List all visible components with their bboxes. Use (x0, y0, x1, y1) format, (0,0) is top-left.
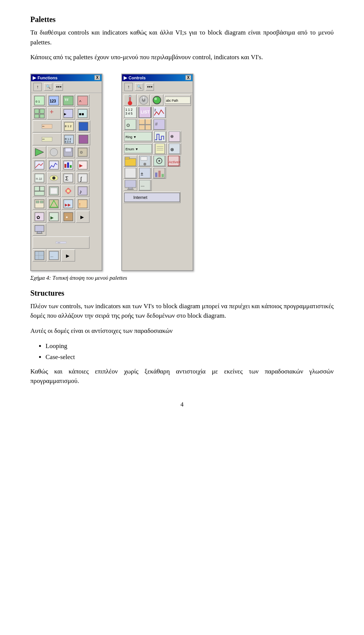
func-item-network[interactable]: ··· (47, 249, 61, 262)
ctrl-digital[interactable] (153, 131, 167, 142)
ctrl-folder[interactable] (124, 155, 137, 167)
svg-text:▶▶: ▶▶ (65, 203, 71, 207)
ctrl-disk[interactable] (138, 155, 152, 167)
func-item-board1[interactable] (33, 198, 46, 210)
controls-up-btn[interactable]: ↑ (124, 83, 133, 91)
functions-options-btn[interactable]: ●●● (55, 83, 63, 91)
svg-rect-144 (127, 189, 134, 189)
func-item-board2[interactable] (47, 198, 61, 210)
func-item-comparison[interactable]: ▶ (61, 107, 75, 120)
func-item-misc4[interactable]: ✦ (61, 211, 75, 223)
svg-rect-143 (129, 188, 132, 189)
func-item-color[interactable] (77, 120, 90, 132)
svg-text:⚙: ⚙ (80, 150, 83, 154)
ctrl-blank1[interactable] (124, 167, 137, 179)
func-item-daqB[interactable] (47, 185, 61, 197)
svg-rect-125 (125, 158, 136, 165)
func-item-graph2[interactable] (47, 159, 61, 171)
ctrl-row8: ··· (124, 180, 191, 191)
ctrl-file[interactable] (153, 143, 167, 154)
func-item-execute[interactable] (33, 146, 46, 158)
func-item-numeric[interactable]: 123 (47, 95, 61, 107)
ctrl-meter[interactable]: ⊙ (124, 119, 137, 130)
ctrl-settings[interactable] (152, 155, 166, 167)
ctrl-ring[interactable]: Ring ▼ (124, 131, 152, 142)
svg-rect-27 (79, 135, 88, 143)
func-item-timing[interactable]: π Δt (33, 172, 46, 184)
controls-options-btn[interactable]: ●●● (146, 83, 154, 91)
svg-rect-51 (40, 186, 44, 191)
func-item-sigma[interactable]: Σ (61, 172, 75, 184)
ctrl-numeric2[interactable]: ± (138, 167, 152, 179)
ctrl-enum[interactable]: Enum ▼ (124, 143, 152, 154)
func-row12: Internet (33, 236, 100, 249)
func-item-cluster[interactable]: + (47, 107, 61, 120)
ctrl-thermometer[interactable] (124, 95, 136, 106)
func-item-trig[interactable]: R 1 28 3 4 (62, 133, 76, 145)
ctrl-io2[interactable]: # (152, 119, 166, 130)
func-item-linear[interactable] (77, 133, 90, 145)
svg-rect-89 (130, 97, 130, 101)
func-item-labview[interactable]: la A (33, 133, 61, 145)
svg-marker-28 (35, 148, 44, 156)
func-item-graph3[interactable] (61, 159, 75, 171)
ctrl-activex[interactable]: ActiveX (167, 155, 180, 167)
ctrl-array[interactable] (138, 119, 152, 130)
ctrl-numeric-display[interactable]: 1 1 23 4 5 (124, 107, 137, 118)
lv-icon-functions: ▶ (33, 75, 36, 80)
ctrl-misc2[interactable]: ⊗ (168, 143, 181, 154)
svg-rect-54 (50, 188, 57, 194)
palettes-para2: Κάποιες από τις palettes έχουν υπο-μενού… (30, 52, 334, 62)
func-item-io[interactable]: 8 1 2 (62, 120, 76, 132)
functions-up-btn[interactable]: ↑ (33, 83, 42, 91)
func-item-misc2[interactable]: ✿ (33, 211, 46, 223)
func-row10: ✿ ▶ ✦ ▶ (33, 211, 100, 223)
func-item-grid[interactable] (33, 249, 46, 262)
func-item-string-wide[interactable]: abc (33, 120, 61, 132)
func-item-misc1[interactable]: ⚙ (76, 146, 89, 158)
ctrl-knob[interactable] (137, 95, 150, 106)
ctrl-internet[interactable]: Internet (124, 192, 180, 203)
func-item-string[interactable]: Λ (76, 95, 89, 107)
ctrl-row5: Enum ▼ ⊗ (124, 143, 191, 154)
ctrl-monitor[interactable] (124, 180, 137, 191)
functions-search-btn[interactable]: 🔍 (44, 83, 52, 91)
func-item-stop[interactable] (47, 146, 61, 158)
svg-text:▶: ▶ (79, 163, 83, 168)
ctrl-led[interactable] (151, 95, 163, 106)
svg-rect-77 (37, 232, 42, 233)
func-item-time[interactable]: ◼◼ (76, 107, 89, 120)
func-item-internet[interactable]: Internet (33, 236, 89, 249)
ctrl-misc3[interactable]: ··· (138, 180, 152, 191)
func-item-more-arrow[interactable]: ▶ (76, 211, 89, 223)
ctrl-list[interactable]: LIST (138, 107, 152, 118)
func-item-flower[interactable] (61, 185, 75, 197)
controls-close[interactable]: X (185, 75, 191, 80)
func-item-computer[interactable] (33, 224, 46, 236)
func-item-more2[interactable]: ▶ (61, 249, 75, 262)
func-row4: la A R 1 28 3 4 (33, 133, 100, 145)
func-item-structures[interactable]: 0 1 (33, 95, 46, 107)
ctrl-bar-graph[interactable] (152, 167, 166, 179)
func-item-integral[interactable]: ∫ (76, 172, 89, 184)
func-item-daqA[interactable] (33, 185, 46, 197)
ctrl-misc1[interactable]: ⊕ (168, 131, 181, 142)
func-item-music[interactable]: ♪ (76, 185, 89, 197)
functions-close[interactable]: X (94, 75, 100, 80)
func-item-board3[interactable]: ▶▶ (61, 198, 75, 210)
ctrl-waveform[interactable]: 2 (152, 107, 166, 118)
func-item-board4[interactable]: ! (76, 198, 89, 210)
func-item-graph4[interactable]: ▶ (76, 159, 89, 171)
svg-text:···: ··· (141, 183, 144, 189)
ctrl-path[interactable]: abc Path (164, 95, 191, 106)
func-item-eye[interactable] (47, 172, 61, 184)
func-row6: ▶ (33, 159, 100, 171)
controls-search-btn[interactable]: 🔍 (135, 83, 143, 91)
func-item-misc3[interactable]: ▶ (47, 211, 61, 223)
func-item-floppy[interactable] (61, 146, 75, 158)
func-item-graph1[interactable] (33, 159, 46, 171)
svg-text:2: 2 (154, 108, 156, 112)
func-item-boolean[interactable]: TF (61, 95, 75, 107)
func-item-array[interactable] (33, 107, 46, 120)
functions-palette: ▶ Functions X ↑ 🔍 ●●● 0 1 123 TF (30, 74, 102, 271)
